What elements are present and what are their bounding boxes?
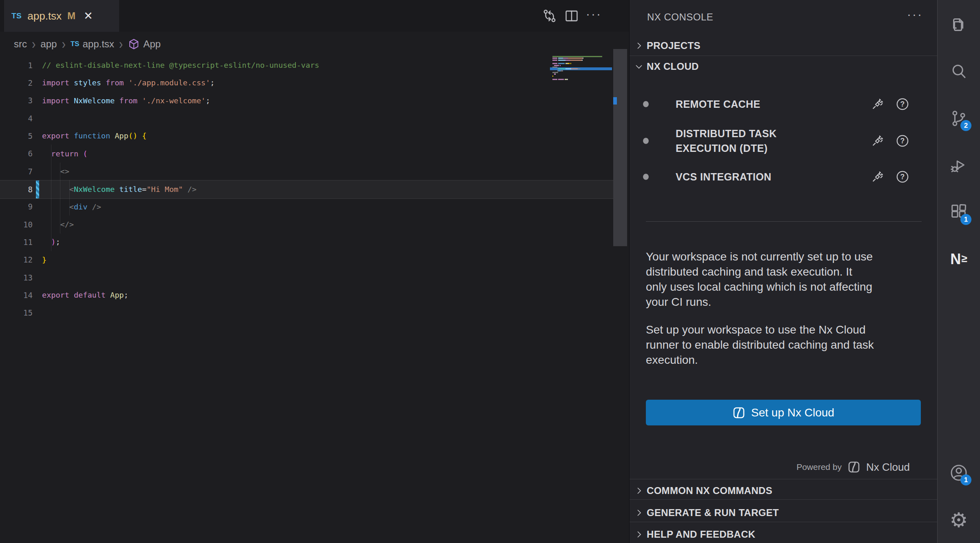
panel-more-actions-icon[interactable]: ···	[907, 8, 923, 24]
editor-scrollbar[interactable]	[613, 0, 627, 543]
code-line[interactable]: 6 return (	[0, 145, 613, 162]
svg-text:?: ?	[900, 137, 905, 145]
breadcrumb-app[interactable]: app	[40, 38, 57, 50]
scrollbar-thumb[interactable]	[613, 49, 627, 246]
code-line[interactable]: 8 <NxWelcome title="Hi Mom" />	[0, 180, 613, 198]
tab-bar: TS app.tsx M ✕ ···	[0, 0, 630, 32]
line-number: 14	[0, 291, 37, 300]
line-number: 8	[0, 185, 37, 194]
modified-badge: M	[67, 10, 75, 22]
minimap-line	[552, 67, 557, 68]
minimap[interactable]	[550, 53, 612, 168]
line-number: 6	[0, 149, 37, 158]
explorer-icon[interactable]	[949, 15, 968, 34]
code-line[interactable]: 1// eslint-disable-next-line @typescript…	[0, 56, 613, 74]
code-text: }	[42, 256, 47, 264]
editor-more-actions-icon[interactable]: ···	[586, 8, 602, 24]
nx-console-panel: NX CONSOLE ··· PROJECTS NX CLOUD REMOTE …	[630, 0, 938, 543]
code-line[interactable]: 4	[0, 109, 613, 127]
code-line[interactable]: 3import NxWelcome from './nx-welcome';	[0, 92, 613, 109]
section-help-and-feedback[interactable]: HELP AND FEEDBACK	[630, 525, 938, 543]
section-common-nx-commands[interactable]: COMMON NX COMMANDS	[630, 482, 938, 499]
nx-cloud-feature-row: VCS INTEGRATION?	[630, 168, 938, 186]
code-line[interactable]: 11 );	[0, 233, 613, 251]
breadcrumb-src[interactable]: src	[14, 38, 27, 50]
section-label: HELP AND FEEDBACK	[647, 529, 755, 540]
help-icon[interactable]: ?	[896, 170, 909, 184]
code-text: export default App;	[42, 291, 129, 299]
code-text: import NxWelcome from './nx-welcome';	[42, 96, 210, 105]
tab-filename: app.tsx	[27, 10, 62, 22]
feature-label: REMOTE CACHE	[676, 97, 760, 111]
line-number: 11	[0, 238, 37, 247]
connect-plug-icon[interactable]	[871, 97, 885, 111]
chevron-right-icon	[634, 485, 644, 496]
section-generate-run-target[interactable]: GENERATE & RUN TARGET	[630, 504, 938, 522]
accounts-icon[interactable]: 1	[949, 463, 968, 482]
search-icon[interactable]	[949, 62, 968, 81]
breadcrumb-separator: ›	[62, 36, 65, 52]
help-icon[interactable]: ?	[896, 97, 909, 111]
badge: 1	[960, 214, 971, 225]
code-line[interactable]: 7 <>	[0, 162, 613, 180]
typescript-file-icon: TS	[11, 11, 22, 20]
feature-label: DISTRIBUTED TASKEXECUTION (DTE)	[676, 126, 777, 156]
status-dot-icon	[643, 138, 649, 144]
close-tab-icon[interactable]: ✕	[84, 11, 93, 22]
divider	[630, 56, 938, 56]
code-line[interactable]: 2import styles from './app.module.css';	[0, 74, 613, 91]
chevron-right-icon	[634, 40, 644, 51]
indent-guide	[51, 145, 51, 251]
section-projects[interactable]: PROJECTS	[630, 37, 938, 55]
code-line[interactable]: 14export default App;	[0, 286, 613, 304]
code-text: // eslint-disable-next-line @typescript-…	[42, 61, 319, 69]
nx-cloud-feature-row: REMOTE CACHE?	[630, 95, 938, 113]
nx-console-icon[interactable]: N≥	[949, 250, 968, 269]
indent-guide	[69, 180, 70, 216]
workspace-status-text: Your workspace is not currently set up t…	[646, 249, 873, 309]
symbol-class-icon	[128, 38, 140, 50]
source-control-icon[interactable]: 2	[949, 109, 968, 128]
run-and-debug-icon[interactable]	[949, 156, 968, 175]
split-editor-icon[interactable]	[564, 8, 579, 24]
code-line[interactable]: 13	[0, 269, 613, 286]
nx-cloud-brand: Nx Cloud	[866, 461, 910, 474]
powered-by-label: Powered by	[796, 462, 842, 472]
line-number: 15	[0, 308, 37, 317]
line-number: 2	[0, 78, 37, 87]
feature-label: VCS INTEGRATION	[676, 169, 772, 184]
code-line[interactable]: 12}	[0, 251, 613, 269]
line-number: 1	[0, 61, 37, 70]
code-text: <>	[42, 167, 69, 176]
modified-line-gutter-marker	[36, 180, 39, 198]
code-line[interactable]: 5export function App() {	[0, 127, 613, 145]
code-text: <NxWelcome title="Hi Mom" />	[42, 185, 197, 194]
minimap-line	[552, 68, 580, 69]
section-nx-cloud[interactable]: NX CLOUD	[630, 57, 938, 76]
minimap-line	[552, 63, 571, 64]
tab-app-tsx[interactable]: TS app.tsx M ✕	[4, 0, 119, 32]
section-label: COMMON NX COMMANDS	[647, 485, 772, 496]
section-label: NX CLOUD	[647, 61, 699, 72]
code-line[interactable]: 10 </>	[0, 216, 613, 233]
minimap-line	[552, 70, 563, 71]
line-number: 9	[0, 202, 37, 211]
code-text: </>	[42, 220, 74, 229]
setup-nx-cloud-button[interactable]: Set up Nx Cloud	[646, 400, 921, 425]
code-text: import styles from './app.module.css';	[42, 78, 215, 87]
code-line[interactable]: 9 <div />	[0, 198, 613, 216]
divider	[630, 522, 938, 522]
help-icon[interactable]: ?	[896, 134, 909, 148]
editor-actions: ···	[542, 0, 602, 32]
extensions-icon[interactable]: 1	[949, 203, 968, 222]
section-label: GENERATE & RUN TARGET	[647, 507, 779, 519]
breadcrumb-symbol-app[interactable]: App	[128, 38, 161, 50]
code-line[interactable]: 15	[0, 304, 613, 322]
connect-plug-icon[interactable]	[871, 170, 885, 184]
section-label: PROJECTS	[647, 40, 701, 51]
settings-icon[interactable]: ⚙	[949, 511, 968, 530]
nx-cloud-logo-icon	[732, 406, 745, 419]
connect-plug-icon[interactable]	[871, 134, 885, 148]
open-changes-icon[interactable]	[542, 8, 557, 24]
breadcrumb-file[interactable]: TS app.tsx	[71, 38, 114, 50]
